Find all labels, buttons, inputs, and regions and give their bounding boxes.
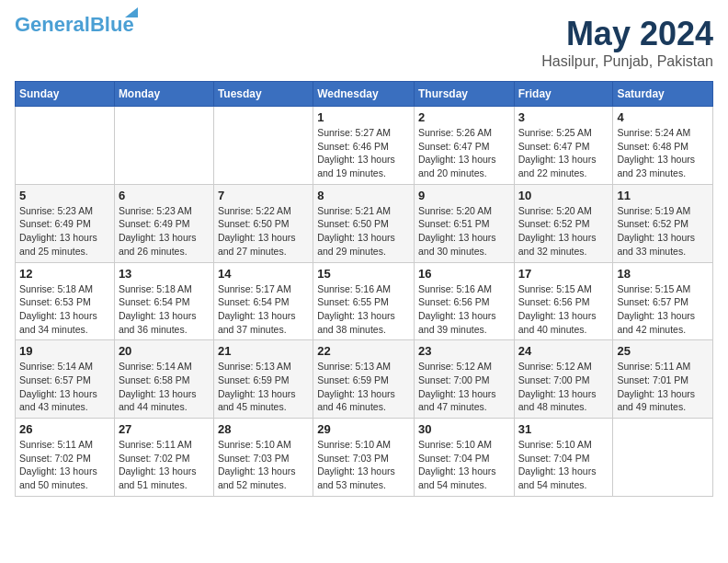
calendar-cell: 11Sunrise: 5:19 AM Sunset: 6:52 PM Dayli… bbox=[613, 184, 713, 262]
logo-text: GeneralBlue bbox=[15, 13, 134, 36]
weekday-saturday: Saturday bbox=[613, 82, 713, 107]
day-info: Sunrise: 5:12 AM Sunset: 7:00 PM Dayligh… bbox=[418, 360, 510, 414]
day-number: 31 bbox=[518, 422, 609, 436]
day-number: 23 bbox=[418, 344, 510, 358]
day-number: 18 bbox=[617, 267, 709, 281]
calendar-cell bbox=[114, 107, 213, 185]
day-number: 21 bbox=[218, 344, 309, 358]
day-info: Sunrise: 5:11 AM Sunset: 7:02 PM Dayligh… bbox=[119, 438, 210, 492]
day-number: 27 bbox=[119, 422, 210, 436]
weekday-friday: Friday bbox=[514, 82, 613, 107]
calendar-cell: 20Sunrise: 5:14 AM Sunset: 6:58 PM Dayli… bbox=[114, 340, 213, 419]
calendar-cell: 5Sunrise: 5:23 AM Sunset: 6:49 PM Daylig… bbox=[16, 184, 115, 262]
day-info: Sunrise: 5:16 AM Sunset: 6:55 PM Dayligh… bbox=[317, 282, 410, 337]
day-number: 6 bbox=[119, 189, 210, 202]
day-number: 9 bbox=[418, 189, 510, 202]
calendar-cell bbox=[213, 107, 313, 185]
day-number: 7 bbox=[218, 189, 309, 202]
week-row-1: 5Sunrise: 5:23 AM Sunset: 6:49 PM Daylig… bbox=[16, 184, 713, 262]
calendar-cell: 12Sunrise: 5:18 AM Sunset: 6:53 PM Dayli… bbox=[16, 262, 115, 340]
weekday-monday: Monday bbox=[114, 82, 213, 107]
weekday-sunday: Sunday bbox=[16, 82, 115, 107]
calendar-cell: 17Sunrise: 5:15 AM Sunset: 6:56 PM Dayli… bbox=[514, 262, 613, 340]
calendar-cell: 30Sunrise: 5:10 AM Sunset: 7:04 PM Dayli… bbox=[414, 419, 514, 497]
day-number: 10 bbox=[518, 189, 609, 202]
day-info: Sunrise: 5:20 AM Sunset: 6:52 PM Dayligh… bbox=[518, 204, 609, 259]
day-number: 20 bbox=[119, 344, 210, 358]
day-number: 1 bbox=[317, 110, 410, 124]
day-number: 2 bbox=[418, 110, 510, 124]
calendar-cell: 9Sunrise: 5:20 AM Sunset: 6:51 PM Daylig… bbox=[414, 184, 514, 262]
calendar-cell: 14Sunrise: 5:17 AM Sunset: 6:54 PM Dayli… bbox=[213, 262, 313, 340]
calendar-cell: 10Sunrise: 5:20 AM Sunset: 6:52 PM Dayli… bbox=[514, 184, 613, 262]
day-number: 3 bbox=[518, 110, 609, 124]
calendar-cell: 13Sunrise: 5:18 AM Sunset: 6:54 PM Dayli… bbox=[114, 262, 213, 340]
week-row-3: 19Sunrise: 5:14 AM Sunset: 6:57 PM Dayli… bbox=[16, 340, 713, 419]
day-number: 25 bbox=[617, 344, 709, 358]
day-info: Sunrise: 5:11 AM Sunset: 7:02 PM Dayligh… bbox=[19, 438, 110, 492]
day-number: 11 bbox=[617, 189, 709, 202]
day-info: Sunrise: 5:23 AM Sunset: 6:49 PM Dayligh… bbox=[119, 204, 210, 259]
header: GeneralBlue May 2024 Hasilpur, Punjab, P… bbox=[15, 15, 713, 70]
day-info: Sunrise: 5:10 AM Sunset: 7:04 PM Dayligh… bbox=[418, 438, 510, 492]
day-info: Sunrise: 5:19 AM Sunset: 6:52 PM Dayligh… bbox=[617, 204, 709, 259]
day-number: 30 bbox=[418, 422, 510, 436]
calendar-cell: 25Sunrise: 5:11 AM Sunset: 7:01 PM Dayli… bbox=[613, 340, 713, 419]
day-info: Sunrise: 5:18 AM Sunset: 6:54 PM Dayligh… bbox=[119, 282, 210, 337]
day-info: Sunrise: 5:15 AM Sunset: 6:56 PM Dayligh… bbox=[518, 282, 609, 337]
day-info: Sunrise: 5:22 AM Sunset: 6:50 PM Dayligh… bbox=[218, 204, 309, 259]
day-number: 8 bbox=[317, 189, 410, 202]
calendar-title: May 2024 bbox=[541, 15, 713, 53]
day-info: Sunrise: 5:21 AM Sunset: 6:50 PM Dayligh… bbox=[317, 204, 410, 259]
calendar-cell: 19Sunrise: 5:14 AM Sunset: 6:57 PM Dayli… bbox=[16, 340, 115, 419]
calendar-cell: 28Sunrise: 5:10 AM Sunset: 7:03 PM Dayli… bbox=[213, 419, 313, 497]
day-number: 12 bbox=[19, 267, 110, 281]
day-number: 4 bbox=[617, 110, 709, 124]
day-number: 5 bbox=[19, 189, 110, 202]
day-info: Sunrise: 5:18 AM Sunset: 6:53 PM Dayligh… bbox=[19, 282, 110, 337]
week-row-2: 12Sunrise: 5:18 AM Sunset: 6:53 PM Dayli… bbox=[16, 262, 713, 340]
day-info: Sunrise: 5:11 AM Sunset: 7:01 PM Dayligh… bbox=[617, 360, 709, 414]
day-number: 28 bbox=[218, 422, 309, 436]
calendar-cell: 7Sunrise: 5:22 AM Sunset: 6:50 PM Daylig… bbox=[213, 184, 313, 262]
calendar-subtitle: Hasilpur, Punjab, Pakistan bbox=[541, 53, 713, 70]
day-info: Sunrise: 5:13 AM Sunset: 6:59 PM Dayligh… bbox=[218, 360, 309, 414]
calendar-cell: 26Sunrise: 5:11 AM Sunset: 7:02 PM Dayli… bbox=[16, 419, 115, 497]
day-info: Sunrise: 5:20 AM Sunset: 6:51 PM Dayligh… bbox=[418, 204, 510, 259]
day-info: Sunrise: 5:14 AM Sunset: 6:58 PM Dayligh… bbox=[119, 360, 210, 414]
day-info: Sunrise: 5:23 AM Sunset: 6:49 PM Dayligh… bbox=[19, 204, 110, 259]
day-info: Sunrise: 5:26 AM Sunset: 6:47 PM Dayligh… bbox=[418, 126, 510, 180]
calendar-cell: 8Sunrise: 5:21 AM Sunset: 6:50 PM Daylig… bbox=[313, 184, 415, 262]
calendar-cell: 1Sunrise: 5:27 AM Sunset: 6:46 PM Daylig… bbox=[313, 107, 415, 185]
calendar-cell: 2Sunrise: 5:26 AM Sunset: 6:47 PM Daylig… bbox=[414, 107, 514, 185]
calendar-cell: 4Sunrise: 5:24 AM Sunset: 6:48 PM Daylig… bbox=[613, 107, 713, 185]
day-number: 14 bbox=[218, 267, 309, 281]
calendar-cell: 6Sunrise: 5:23 AM Sunset: 6:49 PM Daylig… bbox=[114, 184, 213, 262]
calendar-cell: 29Sunrise: 5:10 AM Sunset: 7:03 PM Dayli… bbox=[313, 419, 415, 497]
day-info: Sunrise: 5:24 AM Sunset: 6:48 PM Dayligh… bbox=[617, 126, 709, 180]
day-number: 22 bbox=[317, 344, 410, 358]
day-number: 24 bbox=[518, 344, 609, 358]
weekday-tuesday: Tuesday bbox=[213, 82, 313, 107]
calendar-table: SundayMondayTuesdayWednesdayThursdayFrid… bbox=[15, 81, 713, 497]
calendar-cell: 21Sunrise: 5:13 AM Sunset: 6:59 PM Dayli… bbox=[213, 340, 313, 419]
calendar-cell: 16Sunrise: 5:16 AM Sunset: 6:56 PM Dayli… bbox=[414, 262, 514, 340]
title-block: May 2024 Hasilpur, Punjab, Pakistan bbox=[541, 15, 713, 70]
day-info: Sunrise: 5:10 AM Sunset: 7:03 PM Dayligh… bbox=[218, 438, 309, 492]
calendar-cell: 23Sunrise: 5:12 AM Sunset: 7:00 PM Dayli… bbox=[414, 340, 514, 419]
day-info: Sunrise: 5:14 AM Sunset: 6:57 PM Dayligh… bbox=[19, 360, 110, 414]
day-info: Sunrise: 5:10 AM Sunset: 7:03 PM Dayligh… bbox=[317, 438, 410, 492]
day-info: Sunrise: 5:27 AM Sunset: 6:46 PM Dayligh… bbox=[317, 126, 410, 180]
calendar-cell: 31Sunrise: 5:10 AM Sunset: 7:04 PM Dayli… bbox=[514, 419, 613, 497]
day-info: Sunrise: 5:17 AM Sunset: 6:54 PM Dayligh… bbox=[218, 282, 309, 337]
calendar-cell: 18Sunrise: 5:15 AM Sunset: 6:57 PM Dayli… bbox=[613, 262, 713, 340]
calendar-cell: 22Sunrise: 5:13 AM Sunset: 6:59 PM Dayli… bbox=[313, 340, 415, 419]
weekday-thursday: Thursday bbox=[414, 82, 514, 107]
day-info: Sunrise: 5:15 AM Sunset: 6:57 PM Dayligh… bbox=[617, 282, 709, 337]
day-info: Sunrise: 5:13 AM Sunset: 6:59 PM Dayligh… bbox=[317, 360, 410, 414]
day-info: Sunrise: 5:10 AM Sunset: 7:04 PM Dayligh… bbox=[518, 438, 609, 492]
day-number: 29 bbox=[317, 422, 410, 436]
calendar-cell: 27Sunrise: 5:11 AM Sunset: 7:02 PM Dayli… bbox=[114, 419, 213, 497]
weekday-header-row: SundayMondayTuesdayWednesdayThursdayFrid… bbox=[16, 82, 713, 107]
day-number: 17 bbox=[518, 267, 609, 281]
